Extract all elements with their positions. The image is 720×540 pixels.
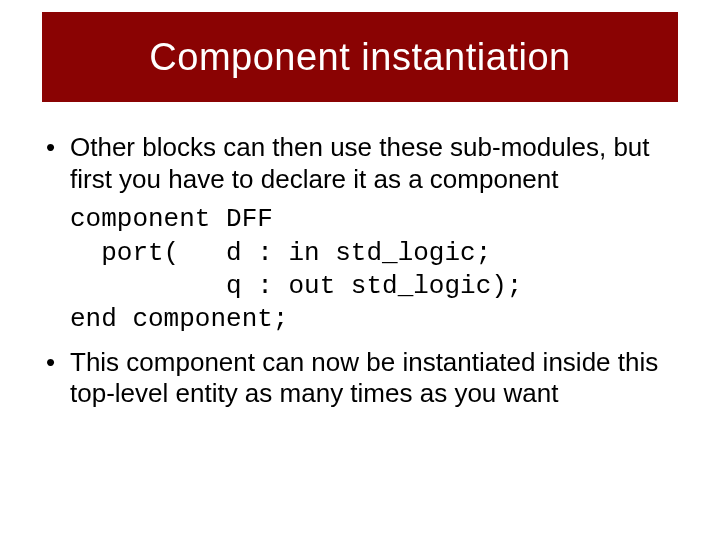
title-band: Component instantiation <box>42 12 678 102</box>
slide-body: Other blocks can then use these sub-modu… <box>42 132 678 418</box>
bullet-item: This component can now be instantiated i… <box>42 347 678 410</box>
code-line: port( d : in std_logic; <box>70 238 491 268</box>
bullet-item: Other blocks can then use these sub-modu… <box>42 132 678 195</box>
slide-title: Component instantiation <box>149 36 570 79</box>
code-line: q : out std_logic); <box>70 271 522 301</box>
bullet-list: Other blocks can then use these sub-modu… <box>42 132 678 195</box>
slide: Component instantiation Other blocks can… <box>0 0 720 540</box>
bullet-list: This component can now be instantiated i… <box>42 347 678 410</box>
code-block: component DFF port( d : in std_logic; q … <box>42 203 678 336</box>
code-line: component DFF <box>70 204 273 234</box>
code-line: end component; <box>70 304 288 334</box>
